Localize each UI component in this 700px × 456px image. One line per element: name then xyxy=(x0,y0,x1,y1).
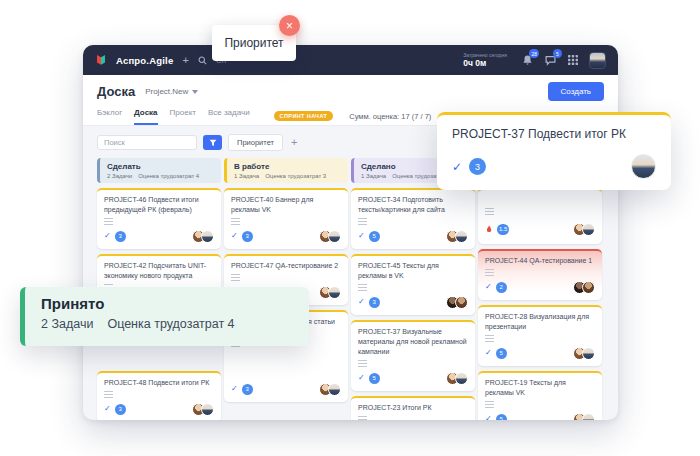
description-icon xyxy=(485,401,494,408)
card-title: PROJECT-28 Визуализация для презентации xyxy=(485,312,595,332)
funnel-icon xyxy=(209,139,217,147)
estimate-badge: 3 xyxy=(242,384,253,395)
kanban-card[interactable]: PROJECT-37 Визуальные материалы для ново… xyxy=(351,320,475,391)
kanban-card[interactable]: PROJECT-45 Тексты для рекламы в VK✓3 xyxy=(351,254,475,315)
column-estimate: Оценка трудозатрат 4 xyxy=(138,173,199,179)
estimate-badge: 3 xyxy=(369,297,380,308)
kanban-card[interactable]: 1.5 xyxy=(478,188,602,244)
create-button[interactable]: Создать xyxy=(548,82,604,101)
page-title: Доска xyxy=(97,84,135,99)
tab-Проект[interactable]: Проект xyxy=(170,108,196,125)
card-footer: 1.5 xyxy=(485,220,595,238)
card-avatars xyxy=(573,347,595,360)
check-icon: ✓ xyxy=(485,283,492,291)
card-footer: ✓3 xyxy=(231,383,341,396)
card-avatars xyxy=(192,230,214,243)
card-avatars xyxy=(446,372,468,385)
estimate-badge: 3 xyxy=(115,231,126,242)
card-title: PROJECT-23 Итоги РК xyxy=(358,403,468,413)
column-Сделано: Сделано1 ЗадачаОценка трудозатратPROJECT… xyxy=(351,158,475,420)
card-title: PROJECT-44 QA-тестирование 1 xyxy=(485,256,595,266)
tab-Доска[interactable]: Доска xyxy=(134,108,157,125)
description-icon xyxy=(485,335,494,342)
avatar xyxy=(582,347,595,360)
kanban-card[interactable]: PROJECT-48 Подвести итоги РК✓3 xyxy=(97,371,221,420)
close-icon[interactable]: × xyxy=(279,15,300,36)
tab-Все задачи[interactable]: Все задачи xyxy=(208,108,250,125)
avatar xyxy=(201,230,214,243)
tab-Бэклог[interactable]: Бэклог xyxy=(97,108,122,125)
avatar xyxy=(631,154,656,179)
user-avatar[interactable] xyxy=(589,52,606,69)
card-footer: ✓5 xyxy=(485,413,595,420)
estimate-badge: 2 xyxy=(496,282,507,293)
card-avatars xyxy=(319,230,341,243)
app-name: Аспро.Agile xyxy=(116,55,173,66)
description-icon xyxy=(104,391,113,398)
add-filter-button[interactable]: + xyxy=(289,137,299,148)
column-name: В работе xyxy=(234,162,341,171)
check-icon: ✓ xyxy=(104,232,111,240)
kanban-card[interactable]: PROJECT-23 Итоги РК✓6 xyxy=(351,396,475,420)
apps-grid-icon[interactable] xyxy=(566,53,580,67)
search-icon[interactable] xyxy=(198,56,207,65)
description-icon xyxy=(358,360,367,367)
floating-task-footer: ✓ 3 xyxy=(452,154,656,179)
avatar xyxy=(455,230,468,243)
avatar xyxy=(455,372,468,385)
card-title: PROJECT-37 Визуальные материалы для ново… xyxy=(358,327,468,357)
card-footer: ✓3 xyxy=(104,230,214,243)
description-icon xyxy=(358,416,367,421)
column-header[interactable]: Сделать2 ЗадачиОценка трудозатрат 4 xyxy=(97,158,221,183)
messages-button[interactable]: 5 xyxy=(543,53,557,67)
estimate-badge: 3 xyxy=(242,231,253,242)
accepted-title: Принято xyxy=(41,295,293,312)
notifications-button[interactable]: 28 xyxy=(520,53,534,67)
check-icon: ✓ xyxy=(452,160,462,174)
column-estimate: Оценка трудозатрат 3 xyxy=(265,173,326,179)
board-select[interactable]: Project.New xyxy=(145,87,198,96)
kanban-card[interactable]: PROJECT-19 Тексты для рекламы VK✓5 xyxy=(478,371,602,420)
check-icon: ✓ xyxy=(231,232,238,240)
kanban-card[interactable]: PROJECT-28 Визуализация для презентации✓… xyxy=(478,305,602,366)
kanban-card[interactable]: PROJECT-34 Подготовить тексты/картинки д… xyxy=(351,188,475,249)
kanban-card[interactable]: PROJECT-46 Подвести итоги предыдущей РК … xyxy=(97,188,221,249)
estimate-badge: 5 xyxy=(496,348,507,359)
app-logo-icon xyxy=(95,54,107,66)
card-title: PROJECT-19 Тексты для рекламы VK xyxy=(485,378,595,398)
board-select-value: Project.New xyxy=(145,87,188,96)
card-title: PROJECT-42 Подсчитать UNIT-экономику нов… xyxy=(104,261,214,281)
card-avatars xyxy=(573,223,595,236)
floating-task-card[interactable]: PROJECT-37 Подвести итог РК ✓ 3 xyxy=(437,112,671,190)
column-tasks-count: 1 Задача xyxy=(234,173,259,179)
priority-filter-chip[interactable]: Приоритет xyxy=(228,134,283,151)
filter-button[interactable] xyxy=(203,135,222,150)
card-avatars xyxy=(319,383,341,396)
column-header[interactable]: В работе1 ЗадачаОценка трудозатрат 3 xyxy=(224,158,348,183)
kanban-card[interactable]: PROJECT-44 QA-тестирование 1✓2 xyxy=(478,249,602,300)
board-toolbar: Доска Project.New Создать xyxy=(83,75,618,101)
check-icon: ✓ xyxy=(358,232,365,240)
accepted-column-callout: Принято 2 Задачи Оценка трудозатрат 4 xyxy=(20,287,309,346)
estimate-badge: 5 xyxy=(369,231,380,242)
card-avatars xyxy=(573,413,595,420)
card-avatars xyxy=(319,286,341,299)
time-tracker[interactable]: Затрачено сегодня 0ч 0м xyxy=(463,52,507,68)
kanban-card[interactable]: PROJECT-40 Баннер для рекламы VK✓3 xyxy=(224,188,348,249)
check-icon: ✓ xyxy=(104,405,111,413)
description-icon xyxy=(231,218,240,225)
card-footer: ✓5 xyxy=(358,230,468,243)
card-avatars xyxy=(192,403,214,416)
notifications-badge: 28 xyxy=(529,49,539,58)
avatar xyxy=(582,413,595,420)
search-input[interactable] xyxy=(97,135,197,150)
card-title: PROJECT-46 Подвести итоги предыдущей РК … xyxy=(104,195,214,215)
app-window: Аспро.Agile + Сп Затрачено сегодня 0ч 0м… xyxy=(83,45,618,420)
column-tasks-count: 2 Задачи xyxy=(107,173,132,179)
column-meta: 2 ЗадачиОценка трудозатрат 4 xyxy=(107,173,214,179)
card-footer: ✓3 xyxy=(231,230,341,243)
avatar xyxy=(582,281,595,294)
add-icon[interactable]: + xyxy=(182,55,188,66)
avatar xyxy=(455,296,468,309)
avatar xyxy=(201,403,214,416)
